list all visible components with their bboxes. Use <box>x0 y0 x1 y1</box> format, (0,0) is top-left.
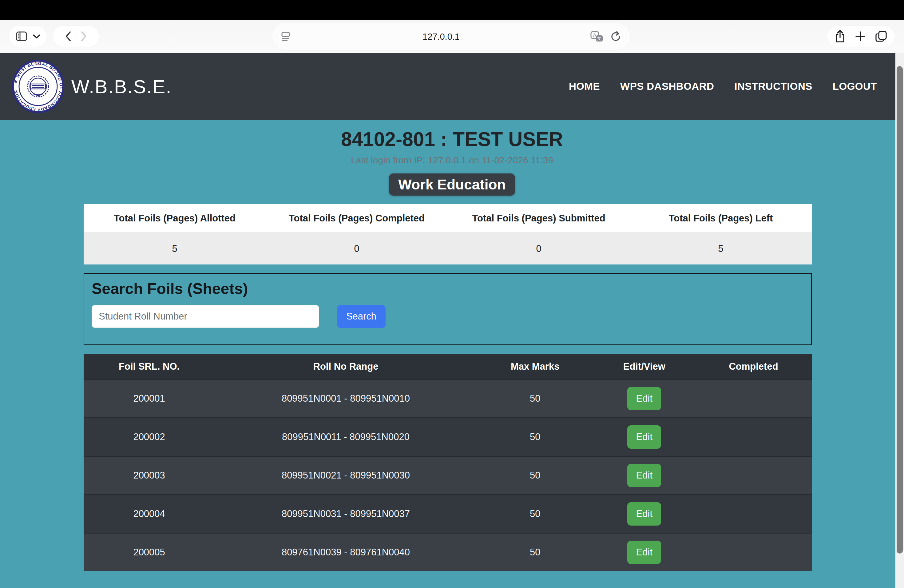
col-max-marks: Max Marks <box>477 361 593 372</box>
site-header: ★ WEST BENGAL BOARD OF SECONDARY EDUCATI… <box>0 53 904 120</box>
last-login-text: Last login from IP: 127.0.0.1 on 11-02-2… <box>0 155 904 166</box>
main-nav: HOME WPS DASHBOARD INSTRUCTIONS LOGOUT <box>569 81 877 92</box>
edit-button[interactable]: Edit <box>627 387 661 410</box>
col-foil-srl: Foil SRL. NO. <box>84 361 215 372</box>
scrollbar-track[interactable] <box>895 53 904 588</box>
table-row: 200002 809951N0011 - 809951N0020 50 Edit <box>84 417 812 456</box>
chevron-down-icon <box>33 33 41 39</box>
stats-value-allotted: 5 <box>84 243 266 254</box>
col-completed: Completed <box>695 361 812 372</box>
reload-icon[interactable] <box>609 30 622 43</box>
max-marks: 50 <box>477 508 593 519</box>
stats-table-header: Total Foils (Pages) Allotted Total Foils… <box>84 204 812 232</box>
brand-title: W.B.B.S.E. <box>71 76 172 98</box>
foil-srl: 200002 <box>84 432 215 443</box>
page-title: 84102-801 : TEST USER <box>0 128 904 150</box>
max-marks: 50 <box>477 547 593 558</box>
foil-srl: 200004 <box>84 508 215 519</box>
back-button[interactable] <box>64 30 73 42</box>
max-marks: 50 <box>477 393 593 404</box>
max-marks: 50 <box>477 432 593 443</box>
screen: 127.0.0.1 A 文 <box>0 0 904 588</box>
svg-text:文: 文 <box>597 36 601 41</box>
browser-toolbar: 127.0.0.1 A 文 <box>0 20 904 53</box>
roll-range: 809951N0031 - 809951N0037 <box>215 508 477 519</box>
history-nav-group <box>53 26 99 47</box>
stats-col-submitted: Total Foils (Pages) Submitted <box>448 213 630 224</box>
roll-range: 809951N0001 - 809951N0010 <box>215 393 477 404</box>
search-input[interactable] <box>92 305 319 328</box>
roll-range: 809951N0021 - 809951N0030 <box>215 470 477 481</box>
table-row: 200004 809951N0031 - 809951N0037 50 Edit <box>84 494 812 533</box>
edit-button[interactable]: Edit <box>627 541 661 564</box>
new-tab-icon[interactable] <box>854 30 866 43</box>
forward-button[interactable] <box>79 30 88 42</box>
url-text[interactable]: 127.0.0.1 <box>292 32 590 42</box>
table-row: 200003 809951N0021 - 809951N0030 50 Edit <box>84 456 812 494</box>
foil-srl: 200003 <box>84 470 215 481</box>
stats-value-completed: 0 <box>266 243 448 254</box>
edit-button[interactable]: Edit <box>627 464 661 487</box>
foils-table: Foil SRL. NO. Roll No Range Max Marks Ed… <box>84 354 812 571</box>
search-heading: Search Foils (Sheets) <box>92 280 804 298</box>
nav-instructions[interactable]: INSTRUCTIONS <box>734 81 812 92</box>
subject-badge: Work Education <box>389 174 515 196</box>
nav-wps-dashboard[interactable]: WPS DASHBOARD <box>620 81 714 92</box>
toolbar-divider <box>76 30 76 43</box>
stats-col-allotted: Total Foils (Pages) Allotted <box>84 213 266 224</box>
search-button[interactable]: Search <box>337 305 386 328</box>
toolbar-right-group <box>827 26 895 47</box>
stats-table: Total Foils (Pages) Allotted Total Foils… <box>84 204 812 264</box>
sidebar-toggle-button[interactable] <box>9 26 47 47</box>
stats-table-values: 5 0 0 5 <box>84 232 812 264</box>
roll-range: 809761N0039 - 809761N0040 <box>215 547 477 558</box>
stats-value-left: 5 <box>630 243 812 254</box>
sidebar-icon <box>15 30 28 43</box>
col-edit-view: Edit/View <box>593 361 695 372</box>
table-row: 200005 809761N0039 - 809761N0040 50 Edit <box>84 533 812 571</box>
address-bar[interactable]: 127.0.0.1 A 文 <box>272 23 631 50</box>
edit-button[interactable]: Edit <box>627 425 661 449</box>
window-top-bar <box>0 0 904 20</box>
stats-value-submitted: 0 <box>448 243 630 254</box>
col-roll-range: Roll No Range <box>215 361 477 372</box>
foils-table-header: Foil SRL. NO. Roll No Range Max Marks Ed… <box>84 354 812 379</box>
translate-icon[interactable]: A 文 <box>590 30 604 43</box>
foil-srl: 200001 <box>84 393 215 404</box>
max-marks: 50 <box>477 470 593 481</box>
share-icon[interactable] <box>834 29 846 44</box>
foil-srl: 200005 <box>84 547 215 558</box>
search-panel: Search Foils (Sheets) Search <box>84 273 812 345</box>
reader-view-icon[interactable] <box>280 30 292 43</box>
badge-row: Work Education <box>0 174 904 196</box>
tab-overview-icon[interactable] <box>874 30 888 43</box>
main-content: 84102-801 : TEST USER Last login from IP… <box>0 120 904 571</box>
stats-col-left: Total Foils (Pages) Left <box>630 213 812 224</box>
roll-range: 809951N0011 - 809951N0020 <box>215 432 477 443</box>
stats-col-completed: Total Foils (Pages) Completed <box>266 213 448 224</box>
scrollbar-thumb[interactable] <box>897 66 903 553</box>
table-row: 200001 809951N0001 - 809951N0010 50 Edit <box>84 379 812 417</box>
edit-button[interactable]: Edit <box>627 502 661 526</box>
nav-home[interactable]: HOME <box>569 81 600 92</box>
nav-logout[interactable]: LOGOUT <box>833 81 877 92</box>
search-row: Search <box>92 305 804 328</box>
wbbse-seal-logo: ★ WEST BENGAL BOARD OF SECONDARY EDUCATI… <box>12 60 65 113</box>
